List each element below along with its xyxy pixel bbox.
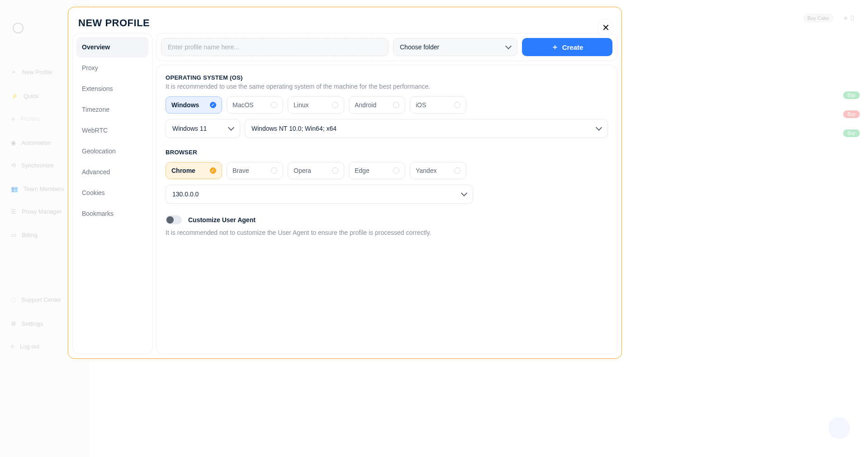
browser-option-opera[interactable]: Opera	[288, 162, 344, 179]
tab-advanced[interactable]: Advanced	[76, 162, 148, 182]
browser-option-brave[interactable]: Brave	[227, 162, 283, 179]
os-option-linux[interactable]: Linux	[288, 96, 344, 114]
os-option-ios[interactable]: iOS	[410, 96, 466, 114]
browser-option-chrome[interactable]: Chrome	[166, 162, 222, 179]
tab-webrtc[interactable]: WebRTC	[76, 120, 148, 140]
os-version-value: Windows 11	[172, 125, 207, 132]
create-button[interactable]: ＋ Create	[522, 38, 612, 56]
browser-version-value: 130.0.0.0	[172, 190, 199, 198]
new-profile-modal: NEW PROFILE ✕ Overview Proxy Extensions …	[68, 7, 622, 359]
top-row: Choose folder ＋ Create	[157, 33, 617, 61]
os-section-title: OPERATING SYSTEM (OS)	[166, 74, 608, 81]
radio-icon	[271, 102, 277, 108]
browser-version-select[interactable]: 130.0.0.0	[166, 185, 473, 204]
radio-icon	[454, 102, 460, 108]
radio-icon	[332, 102, 338, 108]
os-version-select[interactable]: Windows 11	[166, 119, 240, 138]
customize-ua-hint: It is recommended not to customize the U…	[166, 229, 608, 236]
browser-options: Chrome Brave Opera Edge Yandex	[166, 162, 608, 179]
radio-icon	[454, 167, 460, 174]
chevron-down-icon	[505, 43, 512, 49]
browser-section-title: BROWSER	[166, 149, 608, 156]
radio-icon	[332, 167, 338, 174]
tab-extensions[interactable]: Extensions	[76, 79, 148, 99]
tab-proxy[interactable]: Proxy	[76, 58, 148, 78]
tab-bookmarks[interactable]: Bookmarks	[76, 204, 148, 224]
os-section-subtitle: It is recommended to use the same operat…	[166, 83, 608, 90]
radio-icon	[393, 102, 399, 108]
chevron-down-icon	[461, 190, 467, 196]
os-option-macos[interactable]: MacOS	[227, 96, 283, 114]
folder-select-label: Choose folder	[400, 43, 439, 51]
os-option-windows[interactable]: Windows	[166, 96, 222, 114]
chevron-down-icon	[228, 124, 234, 131]
browser-option-edge[interactable]: Edge	[349, 162, 405, 179]
chevron-down-icon	[596, 124, 602, 131]
tab-overview[interactable]: Overview	[76, 37, 148, 57]
tabs-sidebar: Overview Proxy Extensions Timezone WebRT…	[73, 33, 152, 354]
os-option-android[interactable]: Android	[349, 96, 405, 114]
customize-ua-label: Customize User Agent	[188, 216, 256, 224]
modal-title: NEW PROFILE	[78, 17, 612, 29]
tab-cookies[interactable]: Cookies	[76, 183, 148, 203]
os-options: Windows MacOS Linux Android iOS	[166, 96, 608, 114]
close-button[interactable]: ✕	[598, 20, 613, 35]
check-icon	[210, 167, 216, 174]
tab-timezone[interactable]: Timezone	[76, 100, 148, 119]
radio-icon	[271, 167, 277, 174]
radio-icon	[393, 167, 399, 174]
close-icon: ✕	[602, 22, 610, 33]
browser-option-yandex[interactable]: Yandex	[410, 162, 466, 179]
plus-icon: ＋	[551, 43, 559, 51]
os-ua-value: Windows NT 10.0; Win64; x64	[251, 125, 337, 132]
check-icon	[210, 102, 216, 108]
folder-select[interactable]: Choose folder	[393, 38, 517, 56]
profile-name-input[interactable]	[161, 38, 389, 56]
os-ua-select[interactable]: Windows NT 10.0; Win64; x64	[245, 119, 608, 138]
create-button-label: Create	[562, 43, 583, 51]
customize-ua-toggle[interactable]	[166, 215, 182, 224]
tab-geolocation[interactable]: Geolocation	[76, 141, 148, 161]
overview-panel: OPERATING SYSTEM (OS) It is recommended …	[157, 65, 617, 354]
